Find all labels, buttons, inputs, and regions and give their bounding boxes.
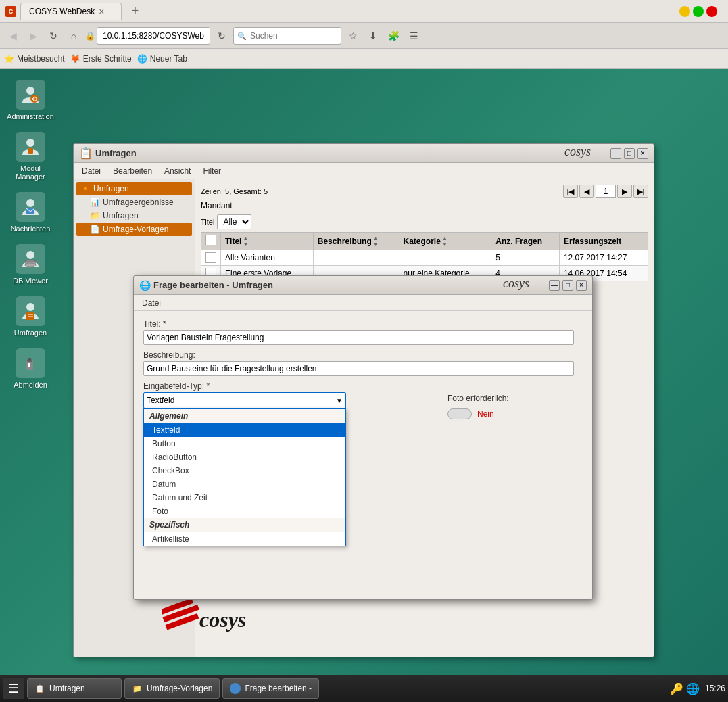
umfragen-restore-btn[interactable]: □ [624,148,635,159]
taskbar-item-frage-bearbeiten[interactable]: Frage bearbeiten - [222,678,319,699]
frage-titlebar: 🌐 Frage bearbeiten - Umfragen cosys — □ … [134,276,592,295]
svg-point-10 [25,263,36,267]
svg-text:cosys: cosys [199,607,246,632]
nav-item-umfragen[interactable]: 📁 Umfragen [76,209,192,223]
dropdown-item-radiobutton[interactable]: RadioButton [144,450,345,464]
dropdown-item-datum-zeit[interactable]: Datum und Zeit [144,491,345,505]
dropdown-menu: Allgemein Textfeld Button RadioButton Ch… [143,408,346,546]
taskbar-frage-icon [230,683,241,694]
minimize-btn[interactable] [679,6,690,17]
nav-section-umfragen: 🔸 Umfragen 📊 Umfrageergebnisse 📁 Umfrage… [76,182,192,236]
toolbar-neuer-tab[interactable]: 🌐 Neuer Tab [137,54,187,64]
foto-toggle[interactable] [447,408,472,419]
umfragen-icon [16,296,45,326]
sidebar-item-nachrichten[interactable]: Nachrichten [3,188,58,237]
sidebar-item-db-viewer[interactable]: DB Viewer [3,240,58,289]
modul-manager-label: Modul Manager [7,164,54,181]
abmelden-icon [16,348,45,378]
pagination: |◀ ◀ 1 ▶ ▶| [563,185,648,198]
header-checkbox[interactable] [205,235,216,245]
maximize-btn[interactable] [693,6,704,17]
extensions-btn[interactable]: 🧩 [385,27,402,45]
dropdown-item-foto[interactable]: Foto [144,505,345,518]
dropdown-item-checkbox[interactable]: CheckBox [144,464,345,477]
sidebar-item-umfragen[interactable]: Umfragen [3,292,58,341]
dropdown-item-button[interactable]: Button [144,437,345,450]
taskbar-item-umfrage-vorlagen[interactable]: 📁 Umfrage-Vorlagen [124,678,220,699]
nav-header-umfragen[interactable]: 🔸 Umfragen [76,182,192,195]
umfragen-close-btn[interactable]: × [637,148,648,159]
page-last-btn[interactable]: ▶| [633,185,648,198]
new-tab-icon: 🌐 [137,54,147,64]
browser-tab[interactable]: COSYS WebDesk × [20,3,122,20]
menu-bearbeiten[interactable]: Bearbeiten [107,165,157,177]
frage-title-icon: 🌐 [139,280,151,291]
frage-restore-btn[interactable]: □ [562,280,573,291]
frage-minimize-btn[interactable]: — [549,280,560,291]
umfragen-window-controls: — □ × [610,148,648,159]
row-count: Zeilen: 5, Gesamt: 5 [201,187,268,195]
back-btn[interactable]: ◀ [4,27,22,45]
browser-nav: ◀ ▶ ↻ ⌂ 🔒 ↻ 🔍 ☆ ⬇ 🧩 ☰ [0,23,728,49]
menu-filter[interactable]: Filter [197,165,226,177]
mandant-select[interactable]: Alle [217,214,251,229]
administration-label: Administration [7,112,54,120]
umfragen-title-icon: 📋 [79,147,93,160]
taskbar-umfragen-icon: 📋 [34,683,45,694]
nav-item-umfrage-vorlagen[interactable]: 📄 Umfrage-Vorlagen [76,223,192,236]
umfragen-minimize-btn[interactable]: — [610,148,621,159]
th-beschreibung: Beschreibung ▲▼ [313,233,399,250]
frage-window-title: Frage bearbeiten - Umfragen [153,280,503,290]
umfragen-menubar: Datei Bearbeiten Ansicht Filter [74,163,654,179]
globe-icon: 🌐 [686,682,700,695]
new-tab-btn[interactable]: + [126,2,145,21]
taskbar-item-umfragen[interactable]: 📋 Umfragen [27,678,122,699]
page-input[interactable]: 1 [596,185,616,198]
sidebar-item-abmelden[interactable]: Abmelden [3,344,58,393]
nachrichten-icon [16,192,45,222]
eingabefeld-col: Eingabefeld-Typ: * Textfeld ▼ Allgemein … [143,381,437,408]
frage-close-btn[interactable]: × [576,280,587,291]
url-bar[interactable] [97,27,210,45]
kategorie-sort[interactable]: ▲▼ [442,235,447,248]
titel-sort[interactable]: ▲▼ [243,235,248,248]
forward-btn[interactable]: ▶ [24,27,42,45]
dropdown-item-textfeld[interactable]: Textfeld [144,423,345,437]
menu-datei[interactable]: Datei [76,165,106,177]
titel-input[interactable] [143,330,574,345]
dropdown-item-datum[interactable]: Datum [144,477,345,491]
reload-btn[interactable]: ↻ [45,27,62,45]
eingabefeld-dropdown-btn[interactable]: Textfeld ▼ [143,392,346,408]
home-btn[interactable]: ⌂ [65,27,82,45]
toolbar-erste-schritte[interactable]: 🦊 Erste Schritte [70,54,132,64]
table-row[interactable]: Alle Varianten 5 12.07.2017 14:27 [201,250,648,266]
sidebar-item-administration[interactable]: ⚙ Administration [3,76,58,124]
filter-select-row: Titel Alle [201,214,648,229]
page-prev-btn[interactable]: ◀ [579,185,594,198]
beschreibung-input[interactable] [143,361,574,376]
sidebar-item-modul-manager[interactable]: Modul Manager [3,128,58,185]
toolbar-meistbesucht[interactable]: ⭐ Meistbesucht [4,54,65,64]
nav-item-umfrageergebnisse[interactable]: 📊 Umfrageergebnisse [76,195,192,209]
foto-col: Foto erforderlich: Nein [447,381,583,419]
menu-ansicht[interactable]: Ansicht [159,165,196,177]
downloads-btn[interactable]: ⬇ [364,27,382,45]
bookmark-star-btn[interactable]: ☆ [344,27,362,45]
menu-btn[interactable]: ☰ [405,27,422,45]
page-first-btn[interactable]: |◀ [563,185,578,198]
nav-reload2-btn[interactable]: ↻ [213,27,230,45]
dropdown-item-artikelliste[interactable]: Artikelliste [144,532,345,546]
table-header: Titel ▲▼ Beschreibung ▲▼ [201,233,648,250]
tab-title: COSYS WebDesk [29,7,95,16]
foto-erforderlich-label: Foto erforderlich: [447,394,583,403]
page-next-btn[interactable]: ▶ [617,185,632,198]
beschreibung-sort[interactable]: ▲▼ [373,235,379,248]
svg-point-11 [26,303,34,311]
row-checkbox-1[interactable] [205,252,216,263]
search-input[interactable] [233,27,341,45]
taskbar-time-area: 🔑 🌐 15:26 [670,682,725,695]
close-browser-btn[interactable] [706,6,717,17]
tab-close-btn[interactable]: × [99,6,104,17]
taskbar-start-btn[interactable]: ☰ [3,678,24,699]
frage-menu-datei[interactable]: Datei [137,297,166,309]
